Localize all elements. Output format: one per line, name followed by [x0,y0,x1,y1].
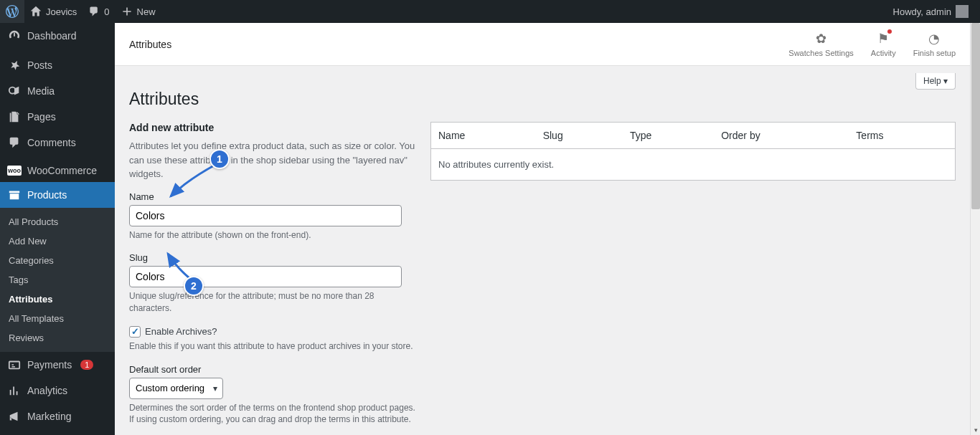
admin-bar: Joevics 0 New Howdy, admin [0,0,980,23]
comment-icon [88,6,100,17]
comments-count: 0 [104,6,109,17]
site-name-menu[interactable]: Joevics [24,0,83,23]
wordpress-icon [6,5,19,18]
howdy-text: Howdy, admin [893,6,951,17]
new-content-menu[interactable]: New [116,0,161,23]
site-name-label: Joevics [46,6,77,17]
wp-logo-menu[interactable] [0,0,24,23]
avatar [956,5,969,18]
home-icon [30,6,42,17]
new-label: New [137,6,156,17]
plus-icon [121,6,133,17]
comments-menu[interactable]: 0 [83,0,115,23]
account-menu[interactable]: Howdy, admin [887,0,974,23]
